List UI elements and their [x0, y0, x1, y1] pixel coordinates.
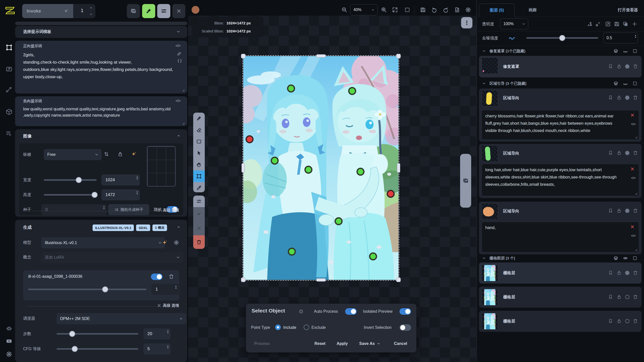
height-input[interactable]: 1472 ▴▾: [101, 189, 140, 200]
cfg-slider[interactable]: [57, 348, 138, 350]
lock-icon[interactable]: [617, 150, 622, 155]
resize-handle-bottom-right[interactable]: [396, 278, 401, 282]
exclude-point[interactable]: [246, 135, 254, 143]
group-bbox-icon[interactable]: [632, 81, 637, 86]
regional-prompt-box[interactable]: hand, </>: [481, 222, 639, 252]
code-toggle-icon[interactable]: </>: [631, 120, 636, 128]
chevron-down-icon[interactable]: [482, 49, 486, 53]
enabled-circle-icon[interactable]: [625, 151, 629, 155]
enabled-circle-icon[interactable]: [625, 64, 629, 69]
remove-prompt-icon[interactable]: [630, 113, 635, 117]
lock-icon[interactable]: [617, 319, 622, 324]
sidebar-item-settings[interactable]: [3, 348, 15, 360]
group-layers-icon[interactable]: [613, 81, 618, 86]
collapse-section-icon[interactable]: [177, 134, 181, 138]
link-prompts-icon[interactable]: [177, 51, 182, 56]
menu-button[interactable]: [157, 4, 170, 18]
enabled-circle-icon[interactable]: [625, 209, 629, 213]
queue-count-up-icon[interactable]: [89, 6, 93, 10]
sidebar-item-models[interactable]: [3, 106, 15, 118]
resize-handle-icon[interactable]: [181, 121, 185, 125]
include-point[interactable]: [348, 87, 356, 95]
include-point[interactable]: [369, 252, 377, 260]
resize-handle-left-middle[interactable]: [242, 163, 245, 173]
collapse-section-icon[interactable]: [177, 225, 181, 229]
resize-handle-bottom-left[interactable]: [241, 278, 246, 282]
bookmark-icon[interactable]: [608, 64, 613, 69]
trash-icon[interactable]: [633, 95, 638, 100]
resize-handle-bottom-center[interactable]: [316, 278, 326, 282]
randomize-seed-button[interactable]: 随机生成种子: [108, 204, 149, 215]
resize-handle-icon[interactable]: [634, 192, 638, 195]
undo-icon[interactable]: [431, 7, 437, 13]
filter-wand-icon[interactable]: [595, 21, 601, 27]
remove-prompt-icon[interactable]: [630, 224, 635, 229]
positive-prompt-input[interactable]: 2girls, standing,check-to-check,light sm…: [23, 51, 174, 89]
denoise-slider[interactable]: [526, 37, 598, 39]
sidebar-item-upscaling[interactable]: [3, 63, 15, 75]
code-toggle-icon[interactable]: </>: [176, 44, 181, 48]
bookmark-icon[interactable]: [608, 95, 613, 100]
lora-weight-input[interactable]: 1 ▴▾: [151, 284, 179, 295]
resize-handle-icon[interactable]: [634, 248, 638, 252]
cancel-button[interactable]: Cancel: [394, 341, 407, 346]
model-sparkle-icon[interactable]: [162, 240, 168, 245]
tab-gallery[interactable]: 画廊: [517, 4, 548, 17]
inpaint-group-header[interactable]: 修复遮罩 (1个已隐藏): [479, 47, 641, 55]
invert-selection-toggle[interactable]: [399, 324, 411, 331]
include-point[interactable]: [287, 84, 295, 93]
cfg-input[interactable]: 5 ▴▾: [143, 343, 171, 354]
regional-layer-card[interactable]: 区域导向 cherry blossoms,hair flower,pink fl…: [479, 88, 641, 142]
disabled-circle-icon[interactable]: [625, 295, 629, 299]
resize-handle-top-left[interactable]: [241, 54, 246, 58]
group-layers-icon[interactable]: [613, 49, 618, 54]
sidebar-item-queue[interactable]: [3, 128, 15, 139]
height-slider[interactable]: [44, 194, 97, 196]
trash-icon[interactable]: [633, 150, 638, 155]
resize-handle-top-center[interactable]: [316, 54, 326, 58]
optimize-size-icon[interactable]: [131, 151, 137, 157]
braces-icon[interactable]: { }: [178, 58, 182, 63]
reset-button[interactable]: Reset: [314, 341, 326, 346]
invoke-button[interactable]: Invoke: [22, 4, 73, 18]
group-layers-icon[interactable]: [613, 256, 618, 261]
enabled-circle-icon[interactable]: [625, 271, 629, 275]
queue-count-stepper[interactable]: 1: [73, 4, 95, 18]
resize-handle-icon[interactable]: [634, 135, 638, 139]
canvas-menu-button[interactable]: ⋮: [461, 17, 472, 28]
exclude-radio[interactable]: [304, 325, 309, 330]
lock-icon[interactable]: [617, 208, 622, 213]
model-settings-gear-icon[interactable]: [174, 240, 179, 245]
save-layer-icon[interactable]: [614, 21, 620, 27]
color-picker-tool-button[interactable]: [193, 182, 205, 192]
brush-color-swatch[interactable]: [191, 6, 199, 14]
denoise-input[interactable]: 0.5 ▴▾: [603, 32, 638, 43]
queue-count-down-icon[interactable]: [89, 13, 93, 16]
include-point[interactable]: [271, 157, 279, 165]
pan-tool-button[interactable]: [193, 159, 205, 170]
raster-group-header[interactable]: 栅格图层 (3 个): [479, 254, 641, 262]
lock-aspect-icon[interactable]: [117, 151, 123, 157]
steps-slider[interactable]: [57, 333, 138, 335]
zoom-level-select[interactable]: 40%: [350, 4, 378, 15]
add-lora-select[interactable]: 添加 LoRA: [41, 252, 183, 263]
include-point[interactable]: [288, 248, 296, 256]
steps-input[interactable]: 20 ▴▾: [143, 328, 171, 339]
fit-to-view-icon[interactable]: [392, 7, 398, 13]
regional-prompt-box[interactable]: cherry blossoms,hair flower,pink flower,…: [481, 110, 639, 140]
swap-dimensions-icon[interactable]: [104, 151, 109, 157]
include-point[interactable]: [304, 166, 312, 174]
bbox-tool-button[interactable]: [193, 170, 205, 182]
sidebar-item-workflows[interactable]: [3, 84, 15, 96]
gallery-drawer-handle[interactable]: [460, 154, 471, 208]
resize-handle-right-middle[interactable]: [397, 163, 400, 173]
rect-tool-button[interactable]: [193, 136, 205, 147]
eraser-tool-button[interactable]: [193, 124, 205, 136]
group-visibility-icon[interactable]: [623, 256, 628, 261]
enabled-circle-icon[interactable]: [625, 96, 629, 100]
code-toggle-icon[interactable]: </>: [176, 99, 181, 103]
close-icon[interactable]: [172, 4, 185, 18]
group-bbox-icon[interactable]: [632, 49, 637, 54]
model-select[interactable]: Illustrious-XL-v0.1: [41, 237, 165, 248]
code-toggle-icon[interactable]: </>: [631, 174, 636, 182]
